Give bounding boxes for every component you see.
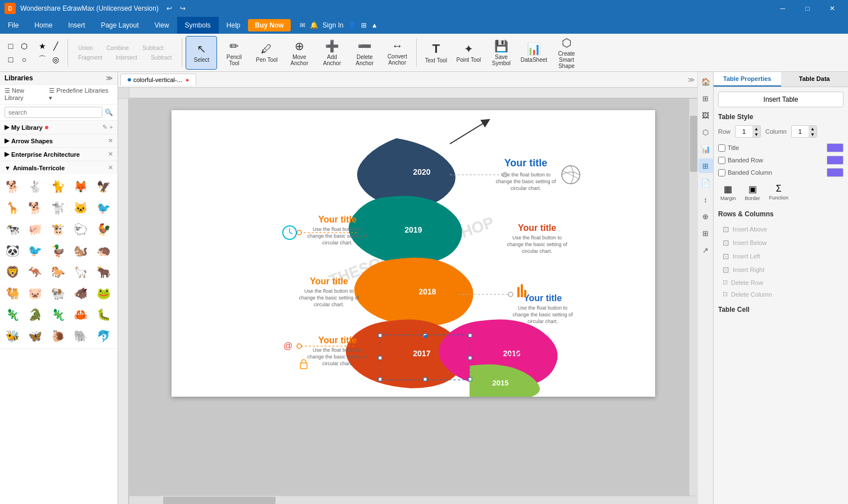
animal-item[interactable]: 🐈 — [48, 176, 68, 197]
redo-button[interactable]: ↪ — [177, 3, 189, 13]
image-panel-btn[interactable]: 🖼 — [698, 108, 713, 122]
animal-item[interactable]: 🐘 — [71, 326, 91, 346]
menu-view[interactable]: View — [147, 17, 177, 34]
arrow-shapes-header[interactable]: ▶ Arrow Shapes ✕ — [0, 134, 118, 147]
square-shape-btn[interactable]: □ — [4, 40, 17, 52]
shape-panel-btn[interactable]: ⬡ — [698, 125, 713, 139]
canvas-scroll[interactable]: THESOFTWARE_SHOP 2020 2019 2018 2017 — [129, 99, 697, 496]
point-tool[interactable]: ✦ Point Tool — [453, 36, 484, 70]
animal-item[interactable]: 🦀 — [71, 305, 91, 325]
canvas[interactable]: THESOFTWARE_SHOP 2020 2019 2018 2017 — [172, 110, 655, 397]
animal-item[interactable]: 🦎 — [2, 305, 22, 325]
table-properties-tab[interactable]: Table Properties — [714, 72, 781, 87]
col-input[interactable] — [792, 127, 809, 136]
create-smart-tool[interactable]: ⬡ Create Smart Shape — [551, 36, 582, 70]
animal-item[interactable]: 🐏 — [48, 283, 68, 303]
close-button[interactable]: ✕ — [821, 0, 844, 17]
animal-item[interactable]: 🦁 — [2, 262, 22, 282]
grid-panel-btn[interactable]: ⊞ — [698, 91, 713, 106]
animal-item[interactable]: 🦋 — [25, 326, 46, 346]
bell-icon[interactable]: 🔔 — [310, 21, 318, 29]
animal-item[interactable]: 🐂 — [93, 262, 114, 282]
menu-page-layout[interactable]: Page Layout — [93, 17, 146, 34]
animals-header[interactable]: ▼ Animals-Terricole ✕ — [0, 161, 118, 174]
menu-help[interactable]: Help — [219, 17, 249, 34]
banded-col-checkbox[interactable] — [718, 169, 725, 176]
circle-shape-btn[interactable]: ○ — [18, 53, 30, 66]
animal-item[interactable]: 🐝 — [2, 326, 22, 346]
share-icon[interactable]: ✉ — [300, 21, 305, 29]
menu-insert[interactable]: Insert — [60, 17, 93, 34]
doc-panel-btn[interactable]: 📄 — [698, 175, 713, 190]
animal-item[interactable]: 🦅 — [93, 176, 114, 197]
canvas-tab[interactable]: colorful-vertical-... ● — [120, 74, 196, 85]
animal-item[interactable]: 🦒 — [2, 198, 22, 218]
animal-item[interactable]: 🐱 — [71, 198, 91, 218]
expand-panel-btn[interactable]: ↗ — [698, 243, 713, 257]
row-input[interactable] — [736, 127, 752, 136]
minimize-button[interactable]: ─ — [772, 0, 794, 17]
animal-item[interactable]: 🐑 — [71, 219, 91, 239]
animal-item[interactable]: 🦆 — [48, 240, 68, 261]
title-checkbox-label[interactable]: Title — [718, 144, 739, 152]
delete-anchor-tool[interactable]: ➖ Delete Anchor — [349, 36, 380, 70]
grid-icon[interactable]: ⊞ — [361, 21, 367, 29]
row-spinner[interactable]: ▲ ▼ — [735, 125, 761, 138]
pen-tool[interactable]: 🖊 Pen Tool — [251, 36, 282, 70]
animal-item[interactable]: 🐷 — [25, 283, 46, 303]
animal-item[interactable]: 🐬 — [93, 326, 114, 346]
col-up-btn[interactable]: ▲ — [809, 126, 817, 131]
animal-item[interactable]: 🐓 — [93, 219, 114, 239]
border-btn[interactable]: ▣ Border — [743, 181, 763, 203]
save-symbol-tool[interactable]: 💾 Save Symbol — [485, 36, 517, 70]
animal-item[interactable]: 🐛 — [93, 305, 114, 325]
datasheet-tool[interactable]: 📊 DataSheet — [518, 36, 549, 70]
function-btn[interactable]: Σ Function — [767, 181, 791, 203]
expand-canvas-btn[interactable]: ≫ — [688, 76, 695, 84]
animal-item[interactable]: 🐩 — [48, 198, 68, 218]
horizontal-scrollbar[interactable] — [129, 496, 697, 504]
insert-table-button[interactable]: Insert Table — [718, 92, 844, 107]
enterprise-arch-header[interactable]: ▶ Enterprise Architecture ✕ — [0, 148, 118, 161]
ellipse-shape-btn[interactable]: ◎ — [49, 53, 62, 66]
menu-home[interactable]: Home — [26, 17, 60, 34]
line-shape-btn[interactable]: ╱ — [49, 40, 62, 52]
animal-item[interactable]: 🐇 — [25, 176, 46, 197]
menu-symbols[interactable]: Symbols — [177, 17, 219, 34]
col-down-btn[interactable]: ▼ — [809, 131, 817, 137]
arrows-panel-btn[interactable]: ↕ — [698, 192, 713, 207]
collapse-menu[interactable]: ▲ — [371, 21, 378, 29]
my-library-header[interactable]: ▶ My Library ✎ + — [0, 121, 118, 134]
margin-btn[interactable]: ▦ Margin — [718, 181, 738, 203]
animal-item[interactable]: 🐦 — [93, 198, 114, 218]
banded-row-swatch[interactable] — [827, 156, 844, 165]
select-tool[interactable]: ↖ Select — [186, 36, 217, 70]
animal-item[interactable]: 🐼 — [2, 240, 22, 261]
animal-item[interactable]: 🐦 — [25, 240, 46, 261]
add-panel-btn[interactable]: ⊕ — [698, 209, 713, 224]
banded-col-swatch[interactable] — [827, 168, 844, 177]
banded-row-checkbox[interactable] — [718, 157, 725, 164]
animal-item[interactable]: 🐸 — [93, 283, 114, 303]
expand-all-btn[interactable]: ≫ — [106, 74, 113, 82]
animal-item[interactable]: 🦊 — [71, 176, 91, 197]
row-up-btn[interactable]: ▲ — [752, 126, 760, 131]
home-panel-btn[interactable]: 🏠 — [698, 74, 713, 89]
title-color-swatch[interactable] — [827, 143, 844, 152]
animal-item[interactable]: 🐿️ — [71, 240, 91, 261]
search-input[interactable] — [4, 107, 102, 118]
animal-item[interactable]: 🐮 — [48, 219, 68, 239]
animal-item[interactable]: 🐖 — [25, 219, 46, 239]
row-down-btn[interactable]: ▼ — [752, 131, 760, 137]
move-anchor-tool[interactable]: ⊕ Move Anchor — [283, 36, 315, 70]
star-shape-btn[interactable]: ★ — [36, 40, 48, 52]
animal-item[interactable]: 🦙 — [71, 262, 91, 282]
col-spinner[interactable]: ▲ ▼ — [791, 125, 817, 138]
square2-shape-btn[interactable]: □ — [4, 53, 17, 66]
pencil-tool[interactable]: ✏ Pencil Tool — [218, 36, 250, 70]
vertical-scrollbar[interactable] — [689, 99, 697, 496]
delete-row-btn[interactable]: ⊡ Delete Row — [718, 276, 844, 288]
menu-file[interactable]: File — [0, 17, 26, 34]
animal-item[interactable]: 🐗 — [71, 283, 91, 303]
add-anchor-tool[interactable]: ➕ Add Anchor — [316, 36, 348, 70]
